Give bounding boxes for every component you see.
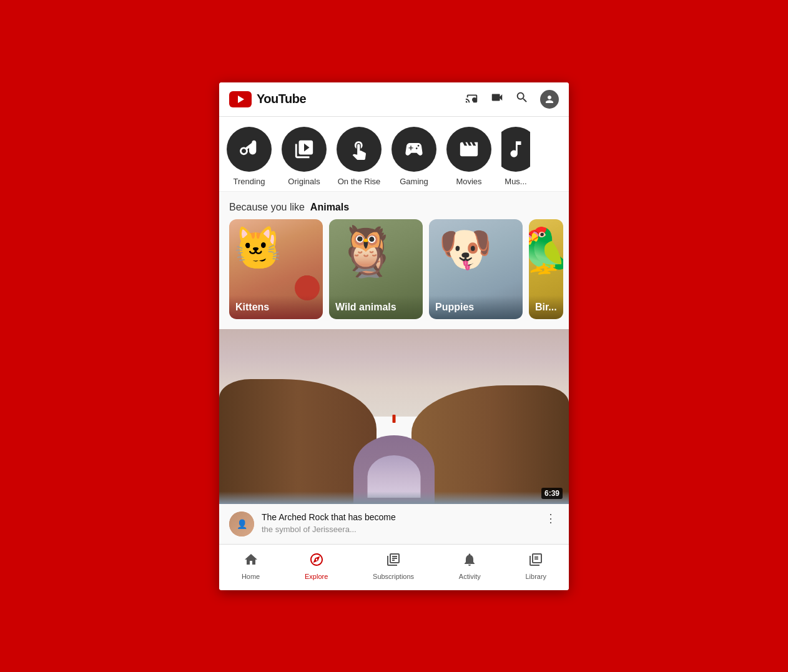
video-title: The Arched Rock that has become bbox=[262, 511, 535, 524]
bottom-nav: Home Explore Subscriptions bbox=[219, 544, 569, 590]
music-icon bbox=[501, 127, 530, 172]
cast-icon[interactable] bbox=[465, 91, 479, 107]
youtube-logo-icon bbox=[229, 91, 252, 107]
explore-label: Explore bbox=[305, 573, 328, 580]
video-subtitle: the symbol of Jerisseera... bbox=[262, 525, 535, 534]
nav-subscriptions[interactable]: Subscriptions bbox=[365, 550, 421, 583]
channel-avatar[interactable]: 👤 bbox=[229, 511, 254, 536]
animal-card-birds[interactable]: 🦜 Bir... bbox=[529, 219, 563, 319]
kittens-label: Kittens bbox=[235, 302, 269, 312]
app-title: YouTube bbox=[257, 92, 306, 106]
subscriptions-icon bbox=[386, 552, 401, 571]
topic-highlight: Animals bbox=[310, 202, 349, 212]
on-the-rise-icon bbox=[337, 127, 382, 172]
music-label: Mus... bbox=[505, 177, 526, 186]
animal-card-kittens[interactable]: 🐱 Kittens bbox=[229, 219, 323, 319]
trending-icon bbox=[227, 127, 272, 172]
section-header: Because you like Animals bbox=[219, 192, 569, 219]
birds-label: Bir... bbox=[535, 302, 557, 312]
originals-label: Originals bbox=[288, 177, 320, 186]
trending-label: Trending bbox=[234, 177, 265, 186]
explore-icon bbox=[309, 552, 324, 571]
camera-icon[interactable] bbox=[490, 91, 504, 107]
activity-icon bbox=[462, 552, 477, 571]
category-gaming[interactable]: Gaming bbox=[392, 127, 436, 186]
search-icon[interactable] bbox=[515, 91, 529, 107]
library-label: Library bbox=[525, 573, 546, 580]
video-thumbnail[interactable]: 6:39 bbox=[219, 329, 569, 504]
account-avatar[interactable] bbox=[540, 90, 559, 109]
gaming-label: Gaming bbox=[400, 177, 428, 186]
category-on-the-rise[interactable]: On the Rise bbox=[337, 127, 382, 186]
animal-card-puppies[interactable]: 🐶 Puppies bbox=[429, 219, 523, 319]
nav-activity[interactable]: Activity bbox=[451, 550, 488, 583]
video-meta: The Arched Rock that has become the symb… bbox=[262, 511, 535, 535]
more-options-icon[interactable]: ⋮ bbox=[543, 511, 559, 525]
category-music[interactable]: Mus... bbox=[501, 127, 530, 186]
animal-cards-container: 🐱 Kittens 🦉 Wild animals 🐶 bbox=[219, 219, 569, 329]
logo-area: YouTube bbox=[229, 91, 306, 107]
library-icon bbox=[528, 552, 543, 571]
originals-icon bbox=[282, 127, 327, 172]
category-originals[interactable]: Originals bbox=[282, 127, 327, 186]
movies-label: Movies bbox=[456, 177, 481, 186]
nav-home[interactable]: Home bbox=[234, 550, 267, 583]
category-bar: Trending Originals On the Rise bbox=[219, 117, 569, 192]
home-label: Home bbox=[242, 573, 260, 580]
category-trending[interactable]: Trending bbox=[227, 127, 272, 186]
video-duration: 6:39 bbox=[541, 488, 563, 499]
home-icon bbox=[244, 552, 259, 571]
app-header: YouTube bbox=[219, 82, 569, 117]
because-you-like-text: Because you like bbox=[229, 202, 305, 212]
movies-icon bbox=[446, 127, 491, 172]
video-info: 👤 The Arched Rock that has become the sy… bbox=[219, 504, 569, 536]
nav-library[interactable]: Library bbox=[518, 550, 554, 583]
phone-frame: YouTube bbox=[219, 82, 569, 590]
gaming-icon bbox=[392, 127, 436, 172]
animal-card-wild-animals[interactable]: 🦉 Wild animals bbox=[329, 219, 423, 319]
puppies-label: Puppies bbox=[435, 302, 474, 312]
wild-animals-label: Wild animals bbox=[335, 302, 396, 312]
main-content: Because you like Animals 🐱 Kittens 🦉 bbox=[219, 192, 569, 544]
on-the-rise-label: On the Rise bbox=[338, 177, 381, 186]
nav-explore[interactable]: Explore bbox=[297, 550, 335, 583]
activity-label: Activity bbox=[459, 573, 481, 580]
subscriptions-label: Subscriptions bbox=[373, 573, 414, 580]
header-icons bbox=[465, 90, 559, 109]
category-movies[interactable]: Movies bbox=[446, 127, 491, 186]
video-section: 6:39 👤 The Arched Rock that has become t… bbox=[219, 329, 569, 544]
